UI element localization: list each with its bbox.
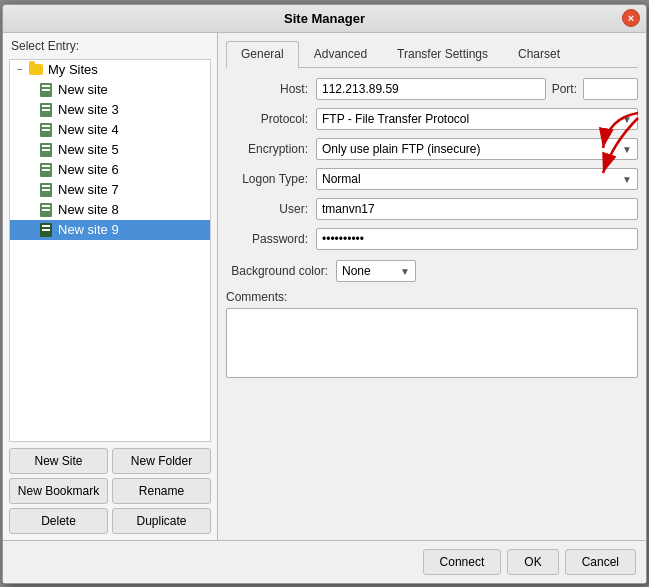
folder-icon: [28, 62, 44, 78]
close-button[interactable]: ×: [622, 9, 640, 27]
form-area: Host: Port: Protocol: FTP - File Transfe…: [226, 78, 638, 532]
tab-advanced[interactable]: Advanced: [299, 41, 382, 67]
encryption-select-wrapper: Only use plain FTP (insecure) ▼: [316, 138, 638, 160]
tree-item-new-site-5[interactable]: New site 5: [10, 140, 210, 160]
rename-button[interactable]: Rename: [112, 478, 211, 504]
tree-root-label: My Sites: [48, 62, 98, 77]
host-input[interactable]: [316, 78, 546, 100]
tree-item-new-site-9[interactable]: New site 9: [10, 220, 210, 240]
right-panel: General Advanced Transfer Settings Chars…: [218, 33, 646, 540]
bottom-bar: Connect OK Cancel: [3, 540, 646, 583]
site-icon-5: [38, 162, 54, 178]
protocol-label: Protocol:: [226, 112, 316, 126]
protocol-select-wrapper: FTP - File Transfer Protocol ▼: [316, 108, 638, 130]
delete-button[interactable]: Delete: [9, 508, 108, 534]
site-icon-3: [38, 122, 54, 138]
new-folder-button[interactable]: New Folder: [112, 448, 211, 474]
logon-type-row: Logon Type: Normal ▼: [226, 168, 638, 190]
ok-button[interactable]: OK: [507, 549, 558, 575]
site-icon-4: [38, 142, 54, 158]
host-label: Host:: [226, 82, 316, 96]
logon-type-label: Logon Type:: [226, 172, 316, 186]
logon-type-select-wrapper: Normal ▼: [316, 168, 638, 190]
tab-transfer-settings[interactable]: Transfer Settings: [382, 41, 503, 67]
duplicate-button[interactable]: Duplicate: [112, 508, 211, 534]
protocol-row: Protocol: FTP - File Transfer Protocol ▼: [226, 108, 638, 130]
comments-section: Comments:: [226, 290, 638, 381]
title-bar: Site Manager ×: [3, 5, 646, 33]
comments-textarea[interactable]: [226, 308, 638, 378]
host-row: Host: Port:: [226, 78, 638, 100]
logon-type-select[interactable]: Normal: [316, 168, 638, 190]
port-input[interactable]: [583, 78, 638, 100]
left-buttons: New Site New Folder New Bookmark Rename …: [3, 442, 217, 540]
tree-item-label: New site 3: [58, 102, 119, 117]
left-panel: Select Entry: − My Sites New site: [3, 33, 218, 540]
collapse-icon: −: [14, 64, 26, 76]
site-icon-8: [38, 222, 54, 238]
password-label: Password:: [226, 232, 316, 246]
tab-charset[interactable]: Charset: [503, 41, 575, 67]
bg-color-row: Background color: None ▼: [226, 260, 638, 282]
tree-area[interactable]: − My Sites New site New site 3: [9, 59, 211, 442]
tree-root[interactable]: − My Sites: [10, 60, 210, 80]
user-input[interactable]: [316, 198, 638, 220]
comments-label: Comments:: [226, 290, 638, 304]
site-manager-dialog: Site Manager × Select Entry: − My Sites …: [2, 4, 647, 584]
new-site-button[interactable]: New Site: [9, 448, 108, 474]
tree-item-label: New site: [58, 82, 108, 97]
site-icon-7: [38, 202, 54, 218]
site-icon-6: [38, 182, 54, 198]
new-bookmark-button[interactable]: New Bookmark: [9, 478, 108, 504]
cancel-button[interactable]: Cancel: [565, 549, 636, 575]
tree-item-label: New site 8: [58, 202, 119, 217]
select-entry-label: Select Entry:: [3, 33, 217, 59]
bg-color-label: Background color:: [226, 264, 336, 278]
tree-item-new-site-3[interactable]: New site 3: [10, 100, 210, 120]
password-row: Password:: [226, 228, 638, 250]
tree-item-new-site-4[interactable]: New site 4: [10, 120, 210, 140]
port-label: Port:: [552, 82, 577, 96]
tabs: General Advanced Transfer Settings Chars…: [226, 41, 638, 68]
user-row: User:: [226, 198, 638, 220]
dialog-title: Site Manager: [284, 11, 365, 26]
tree-item-new-site-6[interactable]: New site 6: [10, 160, 210, 180]
tree-item-label: New site 6: [58, 162, 119, 177]
host-input-group: Port:: [316, 78, 638, 100]
protocol-select[interactable]: FTP - File Transfer Protocol: [316, 108, 638, 130]
encryption-row: Encryption: Only use plain FTP (insecure…: [226, 138, 638, 160]
bg-color-select[interactable]: None: [336, 260, 416, 282]
tree-item-new-site[interactable]: New site: [10, 80, 210, 100]
site-icon-1: [38, 82, 54, 98]
tree-item-label: New site 4: [58, 122, 119, 137]
user-label: User:: [226, 202, 316, 216]
tree-item-new-site-7[interactable]: New site 7: [10, 180, 210, 200]
main-area: Select Entry: − My Sites New site: [3, 33, 646, 540]
encryption-label: Encryption:: [226, 142, 316, 156]
bg-color-select-wrapper: None ▼: [336, 260, 416, 282]
tree-item-new-site-8[interactable]: New site 8: [10, 200, 210, 220]
tree-item-label: New site 9: [58, 222, 119, 237]
connect-button[interactable]: Connect: [423, 549, 502, 575]
site-icon-2: [38, 102, 54, 118]
tab-general[interactable]: General: [226, 41, 299, 68]
tree-item-label: New site 5: [58, 142, 119, 157]
password-input[interactable]: [316, 228, 638, 250]
tree-item-label: New site 7: [58, 182, 119, 197]
encryption-select[interactable]: Only use plain FTP (insecure): [316, 138, 638, 160]
